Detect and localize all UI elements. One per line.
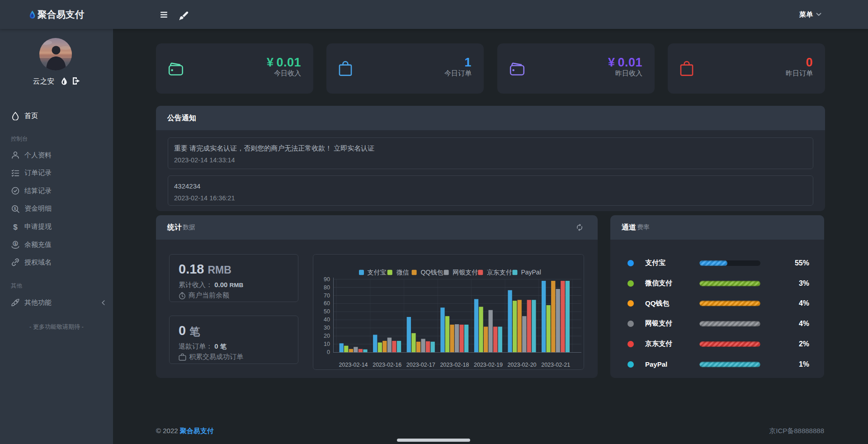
svg-text:2023-02-21: 2023-02-21 [541, 362, 570, 368]
svg-text:60: 60 [324, 300, 330, 307]
svg-text:90: 90 [324, 276, 330, 283]
svg-text:20: 20 [324, 333, 330, 339]
svg-text:$: $ [14, 206, 16, 211]
svg-text:2023-02-20: 2023-02-20 [508, 362, 537, 368]
svg-text:10: 10 [324, 341, 330, 347]
svg-text:40: 40 [324, 316, 330, 323]
svg-text:70: 70 [324, 293, 330, 299]
svg-text:2023-02-18: 2023-02-18 [440, 362, 469, 368]
svg-text:0: 0 [327, 349, 330, 355]
svg-text:80: 80 [324, 284, 330, 291]
svg-text:网银支付: 网银支付 [453, 269, 478, 276]
svg-text:2023-02-19: 2023-02-19 [474, 362, 503, 368]
svg-text:50: 50 [324, 308, 330, 315]
svg-text:2023-02-14: 2023-02-14 [339, 362, 368, 368]
svg-text:PayPal: PayPal [521, 269, 541, 276]
svg-text:$: $ [13, 222, 18, 231]
svg-text:2023-02-17: 2023-02-17 [406, 362, 435, 368]
svg-text:QQ钱包: QQ钱包 [421, 269, 443, 276]
svg-text:30: 30 [324, 325, 330, 331]
svg-text:$: $ [14, 241, 17, 246]
svg-text:京东支付: 京东支付 [487, 269, 512, 276]
svg-text:支付宝: 支付宝 [368, 269, 387, 276]
svg-text:微信: 微信 [396, 269, 409, 276]
svg-text:2023-02-16: 2023-02-16 [373, 362, 401, 368]
